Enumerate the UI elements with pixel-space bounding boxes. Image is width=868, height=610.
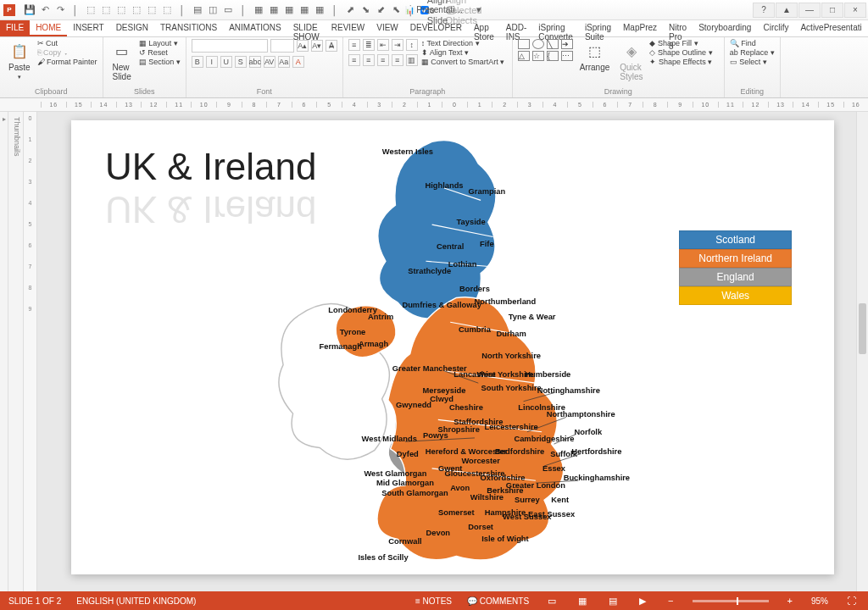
- zoom-in-icon[interactable]: +: [784, 596, 796, 606]
- qat-undo-icon[interactable]: ↶: [39, 4, 51, 16]
- shape-fill-button[interactable]: ◆ Shape Fill ▾: [649, 39, 712, 47]
- status-language[interactable]: ENGLISH (UNITED KINGDOM): [76, 596, 196, 606]
- qat-btn[interactable]: ▦: [283, 4, 295, 16]
- view-reading-icon[interactable]: ▤: [605, 596, 620, 607]
- cut-button[interactable]: ✂ Cut: [37, 39, 97, 47]
- qat-btn[interactable]: ⬚: [146, 4, 158, 16]
- tab-ispring-conv[interactable]: iSpring Converte: [532, 20, 579, 36]
- maximize-button[interactable]: □: [821, 3, 843, 18]
- new-slide-button[interactable]: ▭New Slide: [108, 39, 136, 83]
- legend-northern-ireland[interactable]: Northern Ireland: [679, 249, 792, 268]
- qat-btn[interactable]: ⬚: [131, 4, 142, 16]
- font-name-input[interactable]: [192, 39, 268, 53]
- tab-review[interactable]: REVIEW: [326, 20, 370, 36]
- qat-btn[interactable]: ⬚: [115, 4, 127, 16]
- columns-icon[interactable]: ▥: [406, 54, 418, 66]
- layout-button[interactable]: ▦ Layout ▾: [139, 39, 181, 47]
- qat-btn[interactable]: ▦: [314, 4, 326, 16]
- italic-button[interactable]: I: [206, 56, 218, 68]
- copy-button[interactable]: ⎘ Copy ▾: [37, 48, 97, 57]
- tab-slideshow[interactable]: SLIDE SHOW: [287, 20, 326, 36]
- qat-btn[interactable]: ▦: [268, 4, 280, 16]
- arrange-button[interactable]: ⬚Arrange: [576, 39, 614, 74]
- bullets-icon[interactable]: ≡: [348, 39, 360, 51]
- fit-to-window-icon[interactable]: ⛶: [843, 596, 860, 606]
- font-color-button[interactable]: A: [292, 56, 304, 68]
- ruler-horizontal[interactable]: 1615141312111098765432101234567891011121…: [0, 98, 868, 112]
- qat-btn[interactable]: ▦: [253, 4, 264, 16]
- slide[interactable]: UK & Ireland UK & Ireland Scotland North…: [71, 120, 834, 574]
- tab-view[interactable]: VIEW: [370, 20, 404, 36]
- comments-button[interactable]: 💬 COMMENTS: [467, 596, 529, 606]
- tab-file[interactable]: FILE: [0, 20, 30, 36]
- case-button[interactable]: Aa: [278, 56, 290, 68]
- strike-button[interactable]: abc: [249, 56, 261, 68]
- view-sorter-icon[interactable]: ▦: [575, 596, 590, 607]
- help-icon[interactable]: ?: [753, 3, 775, 18]
- tab-storyboarding[interactable]: Storyboarding: [693, 20, 757, 36]
- shape-rect-icon[interactable]: [518, 39, 530, 49]
- indent-dec-icon[interactable]: ⇤: [377, 39, 389, 51]
- bold-button[interactable]: B: [192, 56, 203, 68]
- qat-btn[interactable]: ⬉: [390, 4, 402, 16]
- tab-ispring-suite[interactable]: iSpring Suite: [579, 20, 617, 36]
- find-button[interactable]: 🔍 Find: [730, 39, 775, 47]
- align-text-button[interactable]: ⬍ Align Text ▾: [421, 48, 505, 57]
- tab-transitions[interactable]: TRANSITIONS: [154, 20, 223, 36]
- scrollbar-thumb[interactable]: [859, 303, 866, 354]
- thumbnails-panel-label[interactable]: Thumbnails: [8, 112, 24, 591]
- ruler-vertical[interactable]: 0123456789: [24, 112, 37, 591]
- paste-button[interactable]: 📋Paste▾: [5, 39, 34, 82]
- shape-tri-icon[interactable]: △: [518, 51, 530, 61]
- uk-ireland-map[interactable]: Western Isles Highlands Grampian Tayside…: [198, 127, 690, 566]
- notes-button[interactable]: ≡ NOTES: [415, 596, 452, 606]
- tab-mapprez[interactable]: MapPrez: [617, 20, 663, 36]
- align-left-icon[interactable]: ≡: [348, 54, 360, 66]
- convert-smartart-button[interactable]: ▦ Convert to SmartArt ▾: [421, 58, 505, 66]
- underline-button[interactable]: U: [220, 56, 232, 68]
- tab-addins[interactable]: ADD-INS: [500, 20, 532, 36]
- shape-outline-button[interactable]: ◇ Shape Outline ▾: [649, 48, 712, 57]
- slide-canvas-area[interactable]: UK & Ireland UK & Ireland Scotland North…: [37, 112, 868, 591]
- quick-styles-button[interactable]: ◈Quick Styles: [616, 39, 646, 83]
- qat-save-icon[interactable]: 💾: [24, 4, 36, 16]
- tab-nitro[interactable]: Nitro Pro 8: [663, 20, 693, 36]
- spacing-button[interactable]: AV: [264, 56, 275, 68]
- qat-btn[interactable]: ⬈: [344, 4, 356, 16]
- ribbon-toggle-icon[interactable]: ▲: [776, 3, 798, 18]
- reset-button[interactable]: ↺ Reset: [139, 48, 181, 57]
- shape-line-icon[interactable]: ╲: [547, 39, 559, 49]
- font-size-input[interactable]: [270, 39, 294, 53]
- qat-redo-icon[interactable]: ↷: [54, 4, 66, 16]
- zoom-percent[interactable]: 95%: [811, 596, 828, 606]
- clear-format-icon[interactable]: A̶: [326, 40, 337, 52]
- qat-btn[interactable]: ⬚: [161, 4, 173, 16]
- minimize-button[interactable]: —: [798, 3, 821, 18]
- shape-arrow-icon[interactable]: ➔: [561, 39, 573, 49]
- thumbnails-expand-icon[interactable]: ▸: [0, 112, 8, 591]
- tab-activepres[interactable]: ActivePresentati: [794, 20, 867, 36]
- legend-wales[interactable]: Wales: [679, 286, 792, 305]
- legend-scotland[interactable]: Scotland: [679, 230, 792, 249]
- tab-circlify[interactable]: Circlify: [757, 20, 794, 36]
- view-normal-icon[interactable]: ▭: [544, 596, 559, 607]
- text-direction-button[interactable]: ↕ Text Direction ▾: [421, 39, 505, 47]
- tab-design[interactable]: DESIGN: [110, 20, 154, 36]
- status-slide-counter[interactable]: SLIDE 1 OF 2: [8, 596, 61, 606]
- legend-england[interactable]: England: [679, 268, 792, 286]
- tab-animations[interactable]: ANIMATIONS: [223, 20, 287, 36]
- grow-font-icon[interactable]: A▴: [297, 40, 309, 52]
- align-right-icon[interactable]: ≡: [377, 54, 389, 66]
- justify-icon[interactable]: ≡: [392, 54, 403, 66]
- qat-btn[interactable]: ▤: [192, 4, 203, 16]
- shadow-button[interactable]: S: [235, 56, 247, 68]
- format-painter-button[interactable]: 🖌 Format Painter: [37, 58, 97, 66]
- qat-btn[interactable]: ◫: [207, 4, 219, 16]
- numbering-icon[interactable]: ≣: [363, 39, 375, 51]
- qat-btn[interactable]: ⬚: [85, 4, 97, 16]
- shrink-font-icon[interactable]: A▾: [311, 40, 323, 52]
- qat-btn[interactable]: ⬚: [100, 4, 112, 16]
- shape-oval-icon[interactable]: [532, 39, 544, 49]
- zoom-out-icon[interactable]: −: [665, 596, 676, 606]
- zoom-slider[interactable]: [693, 600, 769, 602]
